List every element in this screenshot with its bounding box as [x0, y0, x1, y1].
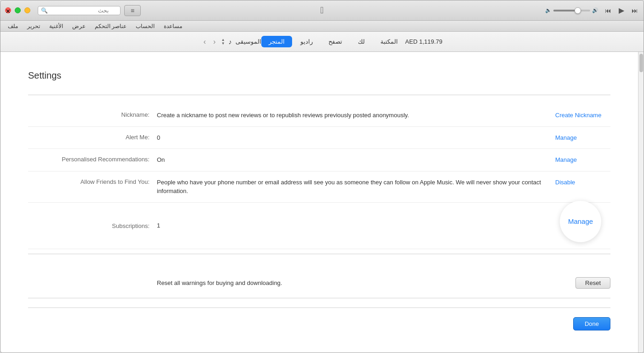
manage-highlight-circle: Manage	[560, 201, 601, 242]
done-button[interactable]: Done	[573, 317, 610, 330]
reset-text: Reset all warnings for buying and downlo…	[157, 279, 566, 286]
nav-tabs: المكتبة لك تصفح راديو المتجر	[261, 36, 405, 47]
titlebar-controls-right: 🔈 🔊 ⏮ ▶ ⏭	[545, 5, 639, 16]
scrollbar[interactable]	[638, 52, 644, 353]
volume-track[interactable]	[553, 10, 590, 11]
menu-edit[interactable]: تحرير	[27, 23, 40, 29]
play-button[interactable]: ▶	[618, 5, 625, 16]
volume-high-icon: 🔊	[592, 7, 598, 13]
subscriptions-row: Subscriptions: 1 Manage	[28, 203, 610, 249]
sort-arrows[interactable]: ▲▼	[221, 38, 225, 46]
music-label: الموسيقى	[236, 38, 261, 45]
main-content: Settings Nickname: Create a nickname to …	[0, 52, 644, 353]
allow-friends-action: Disable	[546, 178, 610, 186]
subscriptions-manage-button[interactable]: Manage	[568, 217, 593, 225]
volume-low-icon: 🔈	[545, 7, 552, 13]
subscriptions-value: 1	[157, 221, 546, 230]
navbar-right: ‹ › ▲▼ ♪ الموسيقى	[201, 38, 261, 46]
tab-radio[interactable]: راديو	[293, 36, 320, 47]
nickname-value: Create a nickname to post new reviews or…	[157, 111, 546, 120]
tab-store[interactable]: المتجر	[261, 36, 292, 47]
menu-file[interactable]: ملف	[8, 23, 18, 29]
allow-friends-row: Allow Friends to Find You: People who ha…	[28, 171, 610, 203]
tab-maktaba[interactable]: المكتبة	[373, 36, 405, 47]
personalised-action: Manage	[546, 155, 610, 164]
disable-button[interactable]: Disable	[555, 179, 575, 186]
nickname-row: Nickname: Create a nickname to post new …	[28, 104, 610, 127]
nav-back-button[interactable]: ‹	[201, 38, 207, 46]
allow-friends-label: Allow Friends to Find You:	[28, 178, 157, 185]
alert-me-row: Alert Me: 0 Manage	[28, 127, 610, 149]
allow-friends-value: People who have your phone number or ema…	[157, 178, 546, 196]
window-controls: ✕	[5, 7, 30, 13]
top-divider	[28, 95, 610, 95]
menu-help[interactable]: مساعدة	[164, 23, 182, 29]
personalised-label: Personalised Recommendations:	[28, 155, 157, 163]
menubar: مساعدة الحساب عناصر التحكم عرض الأغنية ت…	[0, 21, 644, 32]
apple-logo-center: 	[320, 5, 323, 16]
balance-display: AED 1,119.79	[405, 38, 443, 45]
close-button[interactable]: ✕	[5, 7, 11, 13]
volume-fill	[553, 10, 575, 11]
volume-control[interactable]: 🔈 🔊	[545, 7, 598, 13]
rewind-button[interactable]: ⏮	[604, 6, 612, 15]
done-section: Done	[28, 307, 610, 335]
subscriptions-label: Subscriptions:	[28, 222, 157, 229]
menu-account[interactable]: الحساب	[136, 23, 155, 29]
alert-me-manage-button[interactable]: Manage	[555, 134, 577, 141]
search-input[interactable]	[49, 7, 109, 14]
middle-divider	[28, 254, 610, 254]
reset-button[interactable]: Reset	[575, 277, 610, 289]
list-view-button[interactable]: ≡	[124, 5, 141, 16]
create-nickname-button[interactable]: Create Nickname	[555, 112, 601, 119]
menu-controls[interactable]: عناصر التحكم	[95, 23, 126, 29]
nickname-action: Create Nickname	[546, 111, 610, 119]
search-bar: 🔍	[38, 6, 121, 15]
titlebar: ✕ 🔍 ≡  🔈 🔊 ⏮ ▶ ⏭	[0, 0, 644, 21]
tab-browse[interactable]: تصفح	[321, 36, 350, 47]
music-note-icon: ♪	[229, 38, 232, 46]
nav-forward-button[interactable]: ›	[212, 38, 218, 46]
personalised-value: On	[157, 155, 546, 165]
reset-section: Reset all warnings for buying and downlo…	[157, 263, 610, 298]
apple-logo: 	[320, 5, 323, 15]
maximize-button[interactable]	[15, 7, 21, 13]
main-window: ✕ 🔍 ≡  🔈 🔊 ⏮ ▶ ⏭ م	[0, 0, 644, 353]
alert-me-label: Alert Me:	[28, 133, 157, 141]
tab-lak[interactable]: لك	[351, 36, 372, 47]
menu-view[interactable]: عرض	[72, 23, 86, 29]
nickname-label: Nickname:	[28, 111, 157, 118]
alert-me-action: Manage	[546, 133, 610, 142]
search-icon: 🔍	[41, 7, 48, 14]
personalised-row: Personalised Recommendations: On Manage	[28, 149, 610, 171]
fast-forward-button[interactable]: ⏭	[631, 6, 639, 15]
scrollbar-thumb[interactable]	[639, 54, 643, 72]
alert-me-value: 0	[157, 133, 546, 142]
personalised-manage-button[interactable]: Manage	[555, 156, 577, 163]
minimize-button[interactable]	[24, 7, 30, 13]
menu-song[interactable]: الأغنية	[49, 23, 63, 29]
volume-thumb[interactable]	[575, 7, 581, 14]
content-area: Settings Nickname: Create a nickname to …	[0, 52, 638, 353]
page-title: Settings	[28, 70, 610, 81]
navbar: AED 1,119.79 المكتبة لك تصفح راديو المتج…	[0, 32, 644, 52]
subscriptions-action: Manage	[546, 209, 610, 242]
bottom-divider	[28, 298, 610, 298]
